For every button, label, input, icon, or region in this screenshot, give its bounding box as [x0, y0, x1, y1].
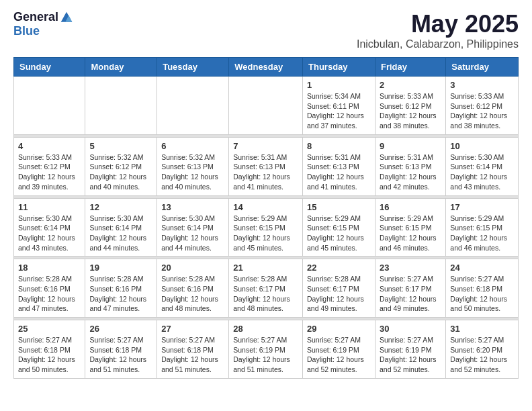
day-number: 10	[450, 141, 514, 151]
day-info: Sunrise: 5:27 AM Sunset: 6:18 PM Dayligh…	[450, 274, 514, 314]
day-number: 25	[18, 324, 81, 334]
calendar-cell	[85, 77, 157, 135]
calendar-cell	[229, 77, 303, 135]
calendar-cell: 21Sunrise: 5:28 AM Sunset: 6:17 PM Dayli…	[229, 259, 303, 318]
day-info: Sunrise: 5:28 AM Sunset: 6:16 PM Dayligh…	[161, 274, 224, 314]
day-number: 9	[380, 141, 441, 151]
subtitle: Inicbulan, Calabarzon, Philippines	[357, 38, 519, 50]
calendar-cell: 6Sunrise: 5:32 AM Sunset: 6:13 PM Daylig…	[157, 137, 229, 195]
calendar-cell: 28Sunrise: 5:27 AM Sunset: 6:19 PM Dayli…	[229, 320, 303, 379]
day-info: Sunrise: 5:27 AM Sunset: 6:20 PM Dayligh…	[450, 335, 514, 375]
calendar-week-row: 4Sunrise: 5:33 AM Sunset: 6:12 PM Daylig…	[14, 137, 519, 195]
weekday-header-thursday: Thursday	[303, 58, 375, 77]
day-number: 31	[450, 324, 514, 334]
day-info: Sunrise: 5:27 AM Sunset: 6:18 PM Dayligh…	[18, 335, 81, 375]
logo-blue-text: Blue	[13, 24, 40, 38]
day-info: Sunrise: 5:27 AM Sunset: 6:19 PM Dayligh…	[380, 335, 441, 375]
calendar-cell: 2Sunrise: 5:33 AM Sunset: 6:12 PM Daylig…	[375, 77, 445, 135]
title-section: May 2025 Inicbulan, Calabarzon, Philippi…	[357, 10, 519, 50]
calendar-cell: 16Sunrise: 5:29 AM Sunset: 6:15 PM Dayli…	[375, 198, 445, 257]
day-info: Sunrise: 5:31 AM Sunset: 6:13 PM Dayligh…	[307, 152, 371, 192]
day-info: Sunrise: 5:30 AM Sunset: 6:14 PM Dayligh…	[89, 214, 152, 253]
calendar-cell: 30Sunrise: 5:27 AM Sunset: 6:19 PM Dayli…	[375, 320, 445, 379]
calendar-week-row: 1Sunrise: 5:34 AM Sunset: 6:11 PM Daylig…	[14, 77, 519, 135]
day-info: Sunrise: 5:33 AM Sunset: 6:12 PM Dayligh…	[18, 152, 81, 192]
calendar-cell	[157, 77, 229, 135]
day-info: Sunrise: 5:28 AM Sunset: 6:16 PM Dayligh…	[18, 274, 81, 314]
calendar-week-row: 25Sunrise: 5:27 AM Sunset: 6:18 PM Dayli…	[14, 320, 519, 379]
day-number: 1	[307, 80, 371, 90]
day-info: Sunrise: 5:31 AM Sunset: 6:13 PM Dayligh…	[233, 152, 298, 192]
day-number: 17	[450, 202, 514, 212]
calendar-cell: 19Sunrise: 5:28 AM Sunset: 6:16 PM Dayli…	[85, 259, 157, 318]
calendar-cell: 15Sunrise: 5:29 AM Sunset: 6:15 PM Dayli…	[303, 198, 375, 257]
calendar-cell: 7Sunrise: 5:31 AM Sunset: 6:13 PM Daylig…	[229, 137, 303, 195]
day-info: Sunrise: 5:27 AM Sunset: 6:18 PM Dayligh…	[161, 335, 224, 375]
weekday-header-monday: Monday	[85, 58, 157, 77]
weekday-header-saturday: Saturday	[446, 58, 519, 77]
calendar-header-row: SundayMondayTuesdayWednesdayThursdayFrid…	[14, 58, 519, 77]
day-info: Sunrise: 5:29 AM Sunset: 6:15 PM Dayligh…	[307, 214, 371, 253]
day-info: Sunrise: 5:30 AM Sunset: 6:14 PM Dayligh…	[450, 152, 514, 192]
calendar-cell: 3Sunrise: 5:33 AM Sunset: 6:12 PM Daylig…	[446, 77, 519, 135]
calendar-cell: 12Sunrise: 5:30 AM Sunset: 6:14 PM Dayli…	[85, 198, 157, 257]
calendar-cell: 31Sunrise: 5:27 AM Sunset: 6:20 PM Dayli…	[446, 320, 519, 379]
day-number: 23	[380, 263, 441, 273]
day-info: Sunrise: 5:33 AM Sunset: 6:12 PM Dayligh…	[380, 91, 441, 131]
calendar-cell	[14, 77, 85, 135]
day-number: 15	[307, 202, 371, 212]
calendar-cell: 13Sunrise: 5:30 AM Sunset: 6:14 PM Dayli…	[157, 198, 229, 257]
day-number: 24	[450, 263, 514, 273]
calendar-cell: 26Sunrise: 5:27 AM Sunset: 6:18 PM Dayli…	[85, 320, 157, 379]
calendar-cell: 27Sunrise: 5:27 AM Sunset: 6:18 PM Dayli…	[157, 320, 229, 379]
calendar-cell: 22Sunrise: 5:28 AM Sunset: 6:17 PM Dayli…	[303, 259, 375, 318]
day-number: 26	[89, 324, 152, 334]
calendar-week-row: 11Sunrise: 5:30 AM Sunset: 6:14 PM Dayli…	[14, 198, 519, 257]
calendar-cell: 9Sunrise: 5:31 AM Sunset: 6:13 PM Daylig…	[375, 137, 445, 195]
calendar-cell: 18Sunrise: 5:28 AM Sunset: 6:16 PM Dayli…	[14, 259, 85, 318]
day-info: Sunrise: 5:27 AM Sunset: 6:19 PM Dayligh…	[307, 335, 371, 375]
day-info: Sunrise: 5:30 AM Sunset: 6:14 PM Dayligh…	[18, 214, 81, 253]
day-number: 13	[161, 202, 224, 212]
calendar-week-row: 18Sunrise: 5:28 AM Sunset: 6:16 PM Dayli…	[14, 259, 519, 318]
logo-general-text: General	[13, 10, 58, 24]
day-info: Sunrise: 5:28 AM Sunset: 6:16 PM Dayligh…	[89, 274, 152, 314]
day-number: 22	[307, 263, 371, 273]
weekday-header-wednesday: Wednesday	[229, 58, 303, 77]
day-number: 7	[233, 141, 298, 151]
day-number: 14	[233, 202, 298, 212]
day-number: 6	[161, 141, 224, 151]
calendar-cell: 24Sunrise: 5:27 AM Sunset: 6:18 PM Dayli…	[446, 259, 519, 318]
day-number: 20	[161, 263, 224, 273]
calendar-cell: 20Sunrise: 5:28 AM Sunset: 6:16 PM Dayli…	[157, 259, 229, 318]
day-info: Sunrise: 5:29 AM Sunset: 6:15 PM Dayligh…	[233, 214, 298, 253]
day-info: Sunrise: 5:28 AM Sunset: 6:17 PM Dayligh…	[233, 274, 298, 314]
day-info: Sunrise: 5:28 AM Sunset: 6:17 PM Dayligh…	[307, 274, 371, 314]
day-info: Sunrise: 5:31 AM Sunset: 6:13 PM Dayligh…	[380, 152, 441, 192]
day-number: 8	[307, 141, 371, 151]
calendar-cell: 8Sunrise: 5:31 AM Sunset: 6:13 PM Daylig…	[303, 137, 375, 195]
day-info: Sunrise: 5:34 AM Sunset: 6:11 PM Dayligh…	[307, 91, 371, 131]
main-title: May 2025	[357, 10, 519, 38]
calendar-cell: 1Sunrise: 5:34 AM Sunset: 6:11 PM Daylig…	[303, 77, 375, 135]
day-info: Sunrise: 5:27 AM Sunset: 6:18 PM Dayligh…	[89, 335, 152, 375]
day-number: 21	[233, 263, 298, 273]
day-info: Sunrise: 5:29 AM Sunset: 6:15 PM Dayligh…	[380, 214, 441, 253]
weekday-header-friday: Friday	[375, 58, 445, 77]
day-info: Sunrise: 5:33 AM Sunset: 6:12 PM Dayligh…	[450, 91, 514, 131]
day-number: 16	[380, 202, 441, 212]
calendar-cell: 17Sunrise: 5:29 AM Sunset: 6:15 PM Dayli…	[446, 198, 519, 257]
logo-icon	[60, 11, 73, 24]
day-number: 5	[89, 141, 152, 151]
day-number: 18	[18, 263, 81, 273]
weekday-header-sunday: Sunday	[14, 58, 85, 77]
calendar-cell: 10Sunrise: 5:30 AM Sunset: 6:14 PM Dayli…	[446, 137, 519, 195]
day-number: 3	[450, 80, 514, 90]
day-number: 19	[89, 263, 152, 273]
day-number: 28	[233, 324, 298, 334]
day-info: Sunrise: 5:30 AM Sunset: 6:14 PM Dayligh…	[161, 214, 224, 253]
header: General Blue May 2025 Inicbulan, Calabar…	[13, 10, 519, 50]
calendar-cell: 5Sunrise: 5:32 AM Sunset: 6:12 PM Daylig…	[85, 137, 157, 195]
day-info: Sunrise: 5:32 AM Sunset: 6:12 PM Dayligh…	[89, 152, 152, 192]
day-number: 30	[380, 324, 441, 334]
